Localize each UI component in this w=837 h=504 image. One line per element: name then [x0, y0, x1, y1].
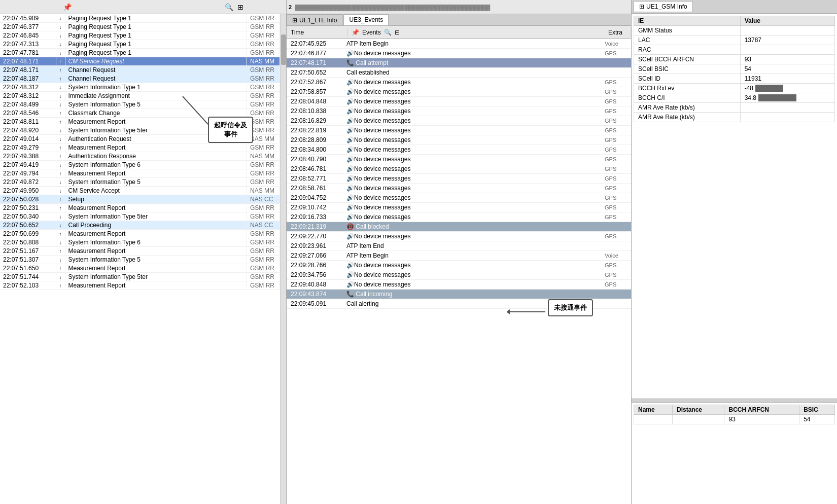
row-direction: ↓ — [56, 23, 65, 31]
event-row[interactable]: 22:09:40.848 🔊No device messages GPS — [287, 280, 631, 290]
info-row: AMR Ave Rate (kb/s) — [634, 113, 835, 122]
event-row[interactable]: 22:09:21.319 📵 Call blocked — [287, 222, 631, 232]
event-row[interactable]: 22:09:16.733 🔊No device messages GPS — [287, 212, 631, 222]
table-row[interactable]: 22:07:50.028 ↑ Setup NAS CC — [0, 195, 280, 204]
event-row[interactable]: 22:09:27.066 ATP Item Begin Voice — [287, 251, 631, 261]
event-row[interactable]: 22:08:52.771 🔊No device messages GPS — [287, 174, 631, 184]
event-extra: GPS — [601, 184, 631, 193]
table-row[interactable]: 22:07:51.650 ↑ Measurement Report GSM RR — [0, 264, 280, 273]
table-row[interactable]: 22:07:49.388 ↑ Authentication Response N… — [0, 152, 280, 161]
table-row[interactable]: 22:07:48.546 ↑ Classmark Change GSM RR — [0, 109, 280, 118]
table-row[interactable]: 22:07:46.377 ↓ Paging Request Type 1 GSM… — [0, 23, 280, 31]
table-row[interactable]: 22:07:51.307 ↓ System Information Type 5… — [0, 256, 280, 264]
info-row: GMM Status — [634, 26, 835, 35]
event-row[interactable]: 22:09:10.742 🔊No device messages GPS — [287, 203, 631, 212]
table-row[interactable]: 22:07:49.014 ↓ Authentication Request NA… — [0, 135, 280, 143]
tab-ue1-gsm-info[interactable]: ⊞ UE1_GSM Info — [634, 1, 693, 12]
event-row[interactable]: 22:08:46.781 🔊No device messages GPS — [287, 164, 631, 174]
table-row[interactable]: 22:07:49.872 ↓ System Information Type 5… — [0, 178, 280, 187]
filter-icon-events[interactable]: ⊟ — [395, 29, 400, 36]
table-row[interactable]: 22:07:48.171 ↑ Channel Request GSM RR — [0, 66, 280, 75]
event-extra: GPS — [601, 232, 631, 241]
event-row[interactable]: 22:07:58.857 🔊No device messages GPS — [287, 87, 631, 97]
table-row[interactable]: 22:07:49.794 ↑ Measurement Report GSM RR — [0, 169, 280, 178]
row-type: GSM RR — [247, 126, 280, 135]
event-extra: GPS — [601, 155, 631, 164]
row-time: 22:07:50.808 — [0, 238, 56, 247]
event-description: 🔊No device messages — [342, 49, 601, 58]
row-message: Setup — [65, 195, 247, 204]
event-row[interactable]: 22:07:48.171 📞 Call attempt — [287, 58, 631, 68]
event-row[interactable]: 22:09:23.961 ATP Item End — [287, 241, 631, 251]
table-row[interactable]: 22:07:52.103 ↑ Measurement Report GSM RR — [0, 281, 280, 290]
event-row[interactable]: 22:07:50.652 Call established — [287, 68, 631, 78]
event-time: 22:09:34.756 — [287, 270, 342, 280]
event-row[interactable]: 22:08:34.800 🔊No device messages GPS — [287, 145, 631, 155]
table-row[interactable]: 22:07:48.499 ↓ System Information Type 5… — [0, 100, 280, 109]
event-row[interactable]: 22:08:58.761 🔊No device messages GPS — [287, 184, 631, 193]
event-row[interactable]: 22:09:22.770 🔊No device messages GPS — [287, 232, 631, 241]
event-extra — [601, 222, 631, 232]
table-row[interactable]: 22:07:46.845 ↓ Paging Request Type 1 GSM… — [0, 31, 280, 40]
search-icon-events[interactable]: 🔍 — [384, 29, 392, 36]
table-row[interactable]: 22:07:48.312 ↓ System Information Type 1… — [0, 83, 280, 92]
row-message: Paging Request Type 1 — [65, 23, 247, 31]
table-row[interactable]: 22:07:49.279 ↑ Measurement Report GSM RR — [0, 143, 280, 152]
row-time: 22:07:50.699 — [0, 230, 56, 238]
table-row[interactable]: 22:07:50.699 ↑ Measurement Report GSM RR — [0, 230, 280, 238]
row-type: GSM RR — [247, 75, 280, 83]
table-row[interactable]: 22:07:45.909 ↓ Paging Request Type 1 GSM… — [0, 14, 280, 23]
table-row[interactable]: 22:07:51.744 ↓ System Information Type 5… — [0, 273, 280, 281]
table-row[interactable]: 22:07:48.312 ↓ Immediate Assignment GSM … — [0, 92, 280, 100]
info-ie: BCCH RxLev — [634, 84, 741, 93]
event-description: 🔊No device messages — [342, 135, 601, 145]
event-row[interactable]: 22:08:10.838 🔊No device messages GPS — [287, 106, 631, 116]
table-row[interactable]: 22:07:49.950 ↓ CM Service Accept NAS MM — [0, 187, 280, 195]
row-time: 22:07:48.187 — [0, 75, 56, 83]
search-icon[interactable]: 🔍 — [225, 3, 233, 11]
tab-ue1-lte-info[interactable]: ⊞ UE1_LTE Info — [287, 14, 342, 25]
row-time: 22:07:49.419 — [0, 161, 56, 169]
table-row[interactable]: 22:07:51.167 ↑ Measurement Report GSM RR — [0, 247, 280, 256]
table-row[interactable]: 22:07:48.187 ↑ Channel Request GSM RR — [0, 75, 280, 83]
table-row[interactable]: 22:07:48.171 ↑ CM Service Request NAS MM — [0, 57, 280, 66]
table-row[interactable]: 22:07:47.313 ↓ Paging Request Type 1 GSM… — [0, 40, 280, 49]
table-row[interactable]: 22:07:48.920 ↓ System Information Type 5… — [0, 126, 280, 135]
row-direction: ↑ — [56, 247, 65, 256]
event-row[interactable]: 22:09:43.874 📞 Call incoming — [287, 290, 631, 299]
event-description: 🔊No device messages — [342, 280, 601, 290]
table-row[interactable]: 22:07:50.652 ↓ Call Proceeding NAS CC — [0, 221, 280, 230]
tab-ue3-events[interactable]: UE3_Events — [343, 14, 389, 25]
event-row[interactable]: 22:09:34.756 🔊No device messages GPS — [287, 270, 631, 280]
info-value: 54 — [740, 64, 834, 74]
row-direction: ↑ — [56, 118, 65, 126]
event-row[interactable]: 22:09:28.766 🔊No device messages GPS — [287, 261, 631, 270]
info-row: SCell BCCH ARFCN 93 — [634, 55, 835, 64]
event-description: 🔊No device messages — [342, 106, 601, 116]
row-message: System Information Type 5ter — [65, 273, 247, 281]
event-row[interactable]: 22:07:52.867 🔊No device messages GPS — [287, 78, 631, 87]
event-row[interactable]: 22:08:04.848 🔊No device messages GPS — [287, 97, 631, 106]
event-row[interactable]: 22:07:46.877 🔊No device messages GPS — [287, 49, 631, 58]
left-scrollbar[interactable] — [280, 14, 286, 504]
table-row[interactable]: 22:07:48.811 ↑ Measurement Report GSM RR — [0, 118, 280, 126]
event-row[interactable]: 22:09:04.752 🔊No device messages GPS — [287, 193, 631, 203]
table-row[interactable]: 22:07:50.231 ↑ Measurement Report GSM RR — [0, 204, 280, 212]
event-time: 22:07:52.867 — [287, 78, 342, 87]
event-row[interactable]: 22:09:45.091 Call alerting — [287, 299, 631, 309]
event-row[interactable]: 22:08:16.829 🔊No device messages GPS — [287, 116, 631, 126]
row-message: Immediate Assignment — [65, 92, 247, 100]
row-direction: ↓ — [56, 40, 65, 49]
event-row[interactable]: 22:07:45.925 ATP Item Begin Voice — [287, 39, 631, 49]
table-row[interactable]: 22:07:50.340 ↓ System Information Type 5… — [0, 212, 280, 221]
table-row[interactable]: 22:07:47.781 ↓ Paging Request Type 1 GSM… — [0, 49, 280, 57]
row-time: 22:07:50.231 — [0, 204, 56, 212]
row-message: Authentication Request — [65, 135, 247, 143]
event-row[interactable]: 22:08:40.790 🔊No device messages GPS — [287, 155, 631, 164]
event-row[interactable]: 22:08:22.819 🔊No device messages GPS — [287, 126, 631, 135]
table-row[interactable]: 22:07:50.808 ↓ System Information Type 6… — [0, 238, 280, 247]
grid-icon[interactable]: ⊞ — [237, 3, 243, 11]
event-row[interactable]: 22:08:28.809 🔊No device messages GPS — [287, 135, 631, 145]
table-row[interactable]: 22:07:49.419 ↓ System Information Type 6… — [0, 161, 280, 169]
row-direction: ↑ — [56, 143, 65, 152]
